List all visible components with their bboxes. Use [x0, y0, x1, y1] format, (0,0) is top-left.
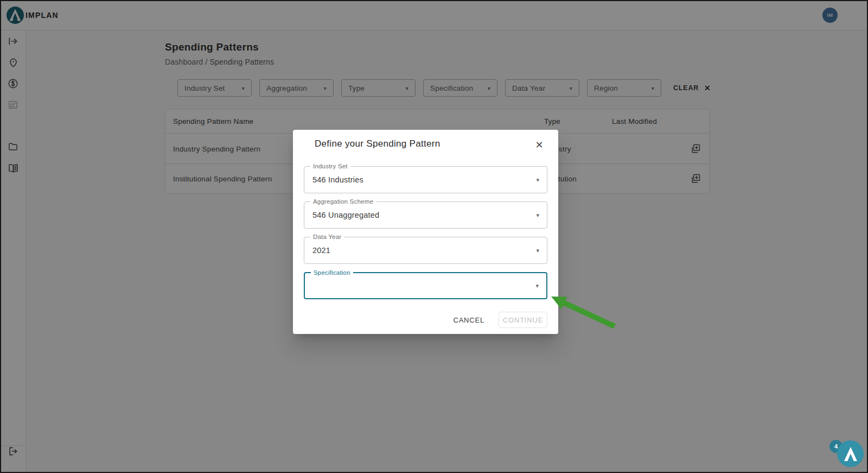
cancel-button[interactable]: CANCEL — [445, 312, 492, 328]
data-year-select[interactable]: Data Year 2021 ▾ — [304, 237, 547, 264]
specification-select[interactable]: Specification ▾ — [304, 272, 547, 299]
field-label: Specification — [311, 269, 353, 276]
continue-button[interactable]: CONTINUE — [499, 312, 547, 328]
industry-set-select[interactable]: Industry Set 546 Industries ▾ — [304, 166, 547, 193]
chevron-down-icon: ▾ — [536, 176, 539, 184]
field-value: 2021 — [312, 246, 330, 255]
chevron-down-icon: ▾ — [535, 282, 539, 289]
field-label: Aggregation Scheme — [310, 198, 376, 205]
dialog-title: Define your Spending Pattern — [315, 138, 440, 149]
aggregation-scheme-select[interactable]: Aggregation Scheme 546 Unaggregated ▾ — [304, 201, 547, 229]
field-value: 546 Unaggregated — [312, 211, 379, 219]
field-label: Data Year — [310, 234, 344, 241]
field-value: 546 Industries — [312, 175, 363, 184]
chevron-down-icon: ▾ — [536, 247, 539, 254]
help-chat-widget[interactable]: 4 — [826, 436, 868, 473]
chevron-down-icon: ▾ — [536, 212, 539, 219]
implan-chat-icon — [837, 440, 864, 467]
field-label: Industry Set — [310, 163, 350, 170]
define-spending-pattern-dialog: Define your Spending Pattern ✕ Industry … — [293, 130, 558, 334]
dialog-actions: CANCEL CONTINUE — [293, 312, 547, 328]
close-icon[interactable]: ✕ — [532, 138, 546, 152]
